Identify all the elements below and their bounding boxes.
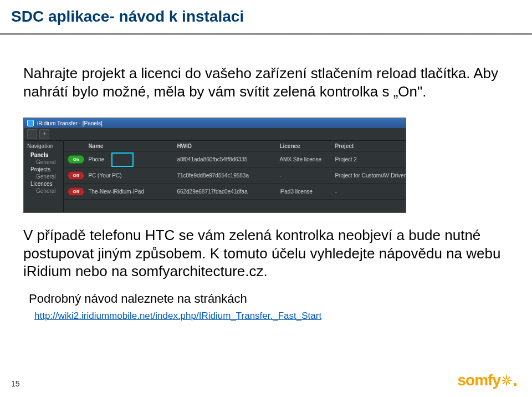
cell-hwid: 662d29e68717fdac0e41dfaa <box>177 189 279 195</box>
cell-licence: - <box>279 172 335 179</box>
cell-project: Project 2 <box>335 156 406 162</box>
toolbar <box>24 128 406 141</box>
table-row[interactable]: OffThe-New-iRidium-iPad662d29e68717fdac0… <box>64 184 406 200</box>
status-pill[interactable]: Off <box>68 171 84 180</box>
status-pill[interactable]: Off <box>68 187 84 196</box>
slide: SDC aplikace- návod k instalaci Nahrajte… <box>0 0 532 397</box>
window-titlebar: iRidium Transfer - [Panels] <box>24 118 406 128</box>
table-header: Name HWID Licence Project <box>64 141 406 151</box>
col-licence: Licence <box>279 143 335 149</box>
col-hwid: HWID <box>177 143 279 149</box>
app-body: Navigation Panels General Projects Gener… <box>24 141 406 212</box>
window-title: iRidium Transfer - [Panels] <box>37 120 103 126</box>
nav-panel: Navigation Panels General Projects Gener… <box>24 141 64 212</box>
toolbar-icon-panel[interactable] <box>27 129 37 139</box>
logo-dot <box>514 383 516 386</box>
content-table: Name HWID Licence Project OnPhonea8f041a… <box>64 141 406 212</box>
iridium-transfer-screenshot: iRidium Transfer - [Panels] Navigation P… <box>23 118 406 213</box>
paragraph-3: Podrobný návod naleznete na stránkách <box>29 292 247 306</box>
page-title: SDC aplikace- návod k instalaci <box>11 8 244 26</box>
col-name: Name <box>88 143 177 149</box>
nav-title: Navigation <box>27 143 60 149</box>
cell-name: Phone <box>88 156 177 162</box>
nav-general-1[interactable]: General <box>27 159 60 166</box>
cell-licence: iPad3 license <box>279 189 335 195</box>
table-row[interactable]: OnPhonea8f041ada860fbc54ff8d6335AMX Site… <box>64 151 406 167</box>
cell-project: - <box>335 189 406 195</box>
nav-licences[interactable]: Licences <box>27 180 60 187</box>
sun-icon <box>502 375 511 385</box>
cell-name: The-New-iRidium-iPad <box>88 189 177 195</box>
divider <box>0 33 532 35</box>
cell-hwid: a8f041ada860fbc54ff8d6335 <box>177 156 279 162</box>
app-icon <box>27 120 34 126</box>
nav-general-3[interactable]: General <box>27 187 60 195</box>
toolbar-icon-add[interactable] <box>39 129 49 139</box>
page-number: 15 <box>11 379 20 388</box>
somfy-logo: somfy <box>458 371 516 389</box>
nav-panels[interactable]: Panels <box>27 151 60 159</box>
nav-general-2[interactable]: General <box>27 173 60 180</box>
nav-projects[interactable]: Projects <box>27 166 60 173</box>
cell-licence: AMX Site license <box>279 156 335 162</box>
cell-hwid: 71c0fe9dd8e97d554c19583a <box>177 172 279 179</box>
cell-name: PC (Your PC) <box>88 172 177 179</box>
table-row[interactable]: OffPC (Your PC)71c0fe9dd8e97d554c19583a-… <box>64 167 406 184</box>
cell-project: Project for Custom/AV Driver <box>335 172 406 179</box>
help-link[interactable]: http://wiki2.iridiummobile.net/index.php… <box>34 311 321 322</box>
status-pill[interactable]: On <box>68 155 84 164</box>
col-project: Project <box>335 143 406 149</box>
paragraph-1: Nahrajte projekt a licenci do vašeho zař… <box>23 64 504 100</box>
logo-text: somfy <box>458 371 500 389</box>
paragraph-2: V případě telefonu HTC se vám zelená kon… <box>23 226 504 281</box>
